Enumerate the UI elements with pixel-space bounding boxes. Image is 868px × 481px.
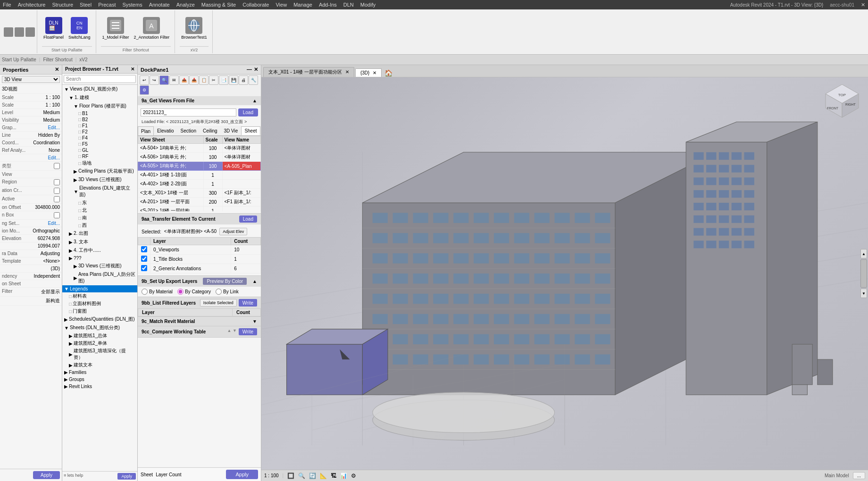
toolbar-btn-5[interactable]: 📤	[179, 75, 189, 85]
menu-addins[interactable]: Add-Ins	[319, 2, 337, 8]
btn-save[interactable]	[4, 27, 13, 37]
transfer-row-1[interactable]: 0_Viewports 10	[138, 245, 261, 255]
tree-item-wenben[interactable]: ▶3. 文本	[62, 238, 137, 246]
menu-dln[interactable]: DLN	[343, 2, 354, 8]
tree-item-3dviews[interactable]: ▶3D Views (三维视图)	[62, 175, 137, 184]
prop-grap[interactable]: Grap...Edit...	[0, 124, 62, 132]
table-row[interactable]: <A-506> 1#南单元 外; 100 <单体详图材	[138, 153, 261, 162]
tree-item-revit-links[interactable]: ▶Revit Links	[62, 383, 137, 390]
status-btn-3[interactable]: 🔄	[309, 473, 316, 479]
table-row[interactable]: <A-504> 1#南单元 外; 100 <单体详图材	[138, 144, 261, 153]
browser-close[interactable]: ✕	[131, 66, 134, 72]
prop-edit1[interactable]: Edit...	[0, 154, 62, 162]
tab-sheet[interactable]: Sheet	[241, 126, 260, 135]
tree-item-f1[interactable]: □F1	[62, 123, 137, 129]
tab-plan[interactable]: Plan	[138, 126, 154, 135]
transfer-row-3[interactable]: 2_Generic Annotations 6	[138, 264, 261, 274]
section-9c-header[interactable]: 9c_Match Revit Material ▼	[138, 317, 261, 326]
tab-section[interactable]: Section	[177, 126, 200, 135]
toolbar-btn-13[interactable]: ⚙	[140, 85, 149, 95]
status-btn-2[interactable]: 🔍	[298, 473, 305, 479]
prop-active[interactable]: Active	[0, 195, 62, 204]
radio-material[interactable]: By Material	[142, 289, 173, 295]
status-btn-5[interactable]: 🏗	[331, 473, 336, 479]
radio-link[interactable]: By Link	[216, 289, 239, 295]
tree-item-east[interactable]: □东	[62, 199, 137, 207]
tab-elevation[interactable]: Elevatio	[154, 126, 177, 135]
toolbar-btn-7[interactable]: 📋	[199, 75, 209, 85]
tree-item-ceiling[interactable]: ▶Ceiling Plans (天花板平面)	[62, 167, 137, 175]
menu-precast[interactable]: Precast	[98, 2, 116, 8]
tree-item-jianzhu[interactable]: ▼1. 建模	[62, 93, 137, 102]
tree-item-f2[interactable]: □F2	[62, 129, 137, 135]
file-input[interactable]: 20231123_	[141, 108, 236, 116]
btn-switchlang[interactable]: CNEN SwitchLang	[67, 16, 92, 41]
menu-architecture[interactable]: Architecture	[18, 2, 46, 8]
adjust-elev-btn[interactable]: Adjust Elev	[219, 228, 247, 235]
close-btn[interactable]: ✕	[861, 2, 865, 8]
section-9c-collapse[interactable]: ▼	[252, 319, 257, 324]
scroll-up-btn[interactable]: ▲	[860, 249, 867, 258]
section-9aa-header[interactable]: 9aa_Transfer Element To Current Load	[138, 214, 261, 224]
menu-file[interactable]: File	[3, 2, 11, 8]
tree-item-cailiao[interactable]: □材料表	[62, 292, 137, 300]
prop-visibility[interactable]: VisibilityMedium	[0, 116, 62, 124]
tree-item-b2[interactable]: □B2	[62, 116, 137, 123]
btn-undo[interactable]	[15, 27, 24, 37]
tree-item-rf[interactable]: □RF	[62, 153, 137, 159]
tab-3dview[interactable]: 3D Vie	[221, 126, 242, 135]
toolbar-btn-2[interactable]: ↪	[150, 75, 159, 85]
section-9b-collapse[interactable]: ▲	[252, 279, 257, 284]
toolbar-btn-1[interactable]: ↩	[140, 75, 149, 85]
tab-3d[interactable]: {3D} ✕	[355, 68, 382, 77]
btn-redo[interactable]	[25, 27, 35, 37]
view-type-select[interactable]: 3D View	[2, 76, 60, 83]
prop-checkbox1[interactable]: 类型	[0, 162, 62, 171]
tree-item-changdi[interactable]: □场地	[62, 159, 137, 167]
toolbar-btn-11[interactable]: 🖨	[239, 75, 248, 85]
prop-setting[interactable]: ng Set...Edit...	[0, 220, 62, 227]
menu-massing[interactable]: Massing & Site	[201, 2, 236, 8]
prop-region[interactable]: Region	[0, 178, 62, 187]
tree-item-views[interactable]: ▼ Views (DLN_视图分类)	[62, 85, 137, 93]
tree-item-xxx[interactable]: ▶???	[62, 255, 137, 262]
tree-item-families[interactable]: ▶Families	[62, 369, 137, 376]
tree-item-sheet2[interactable]: ▶建筑图纸2_单体	[62, 340, 137, 347]
tree-item-west[interactable]: □西	[62, 222, 137, 229]
menu-annotate[interactable]: Annotate	[149, 2, 170, 8]
tree-item-gl[interactable]: □GL	[62, 147, 137, 153]
btn-browsertest[interactable]: BrowserTest1	[180, 16, 209, 41]
props-apply-btn[interactable]: Apply	[33, 471, 60, 479]
radio-category[interactable]: By Category	[177, 289, 211, 295]
preview-color-btn[interactable]: Preview By Color	[203, 278, 247, 285]
status-btn-6[interactable]: 📊	[340, 473, 347, 479]
load-btn[interactable]: Load	[238, 108, 258, 116]
tree-item-chute[interactable]: ▶2. 出图	[62, 229, 137, 238]
isolate-btn[interactable]: Isolate Selected	[200, 299, 237, 307]
properties-close[interactable]: ✕	[55, 66, 59, 73]
tree-item-schedules[interactable]: ▶Schedules/Quantities (DLN_图)	[62, 315, 137, 323]
browser-search-input[interactable]	[64, 75, 136, 83]
transfer-load-btn[interactable]: Load	[239, 216, 257, 223]
menu-structure[interactable]: Structure	[52, 2, 73, 8]
section-9a-header[interactable]: 9a_Get Views From File ▲	[138, 96, 261, 105]
toolbar-btn-8[interactable]: ✂	[209, 75, 218, 85]
tree-item-area-plans[interactable]: ▶Area Plans (DLN_人防分区图)	[62, 270, 137, 285]
tab-wenben-close[interactable]: ✕	[345, 69, 349, 75]
section-9b-header[interactable]: 9b_Set Up Export Layers Preview By Color…	[138, 276, 261, 287]
btn-annotation-filter[interactable]: A 2_Annotation Filter	[133, 16, 171, 41]
table-row[interactable]: <S-201> 1#楼 一层结构 1	[138, 207, 261, 212]
nav-cube[interactable]: TOP FRONT RIGHT	[821, 82, 863, 124]
tree-item-groups[interactable]: ▶Groups	[62, 376, 137, 383]
toolbar-btn-3[interactable]: 🔍	[159, 75, 169, 85]
tree-item-lifang[interactable]: □立面材料图例	[62, 300, 137, 307]
tree-item-3dviews2[interactable]: ▶3D Views (三维视图)	[62, 262, 137, 270]
section-9cc-write-btn[interactable]: Write	[239, 328, 257, 335]
table-row-selected[interactable]: <A-505> 1#南单元 外; 100 <A-505_Plan	[138, 162, 261, 171]
tree-item-legends[interactable]: ▼Legends	[62, 285, 137, 292]
status-btn-1[interactable]: 🔲	[287, 473, 294, 479]
tab-wenben[interactable]: 文本_X01 - 1#楼 一层平面功能分区 ✕	[263, 67, 354, 77]
browser-apply-btn[interactable]: Apply	[117, 473, 136, 480]
menu-systems[interactable]: Systems	[122, 2, 142, 8]
scroll-down-btn[interactable]: ▼	[860, 289, 867, 298]
